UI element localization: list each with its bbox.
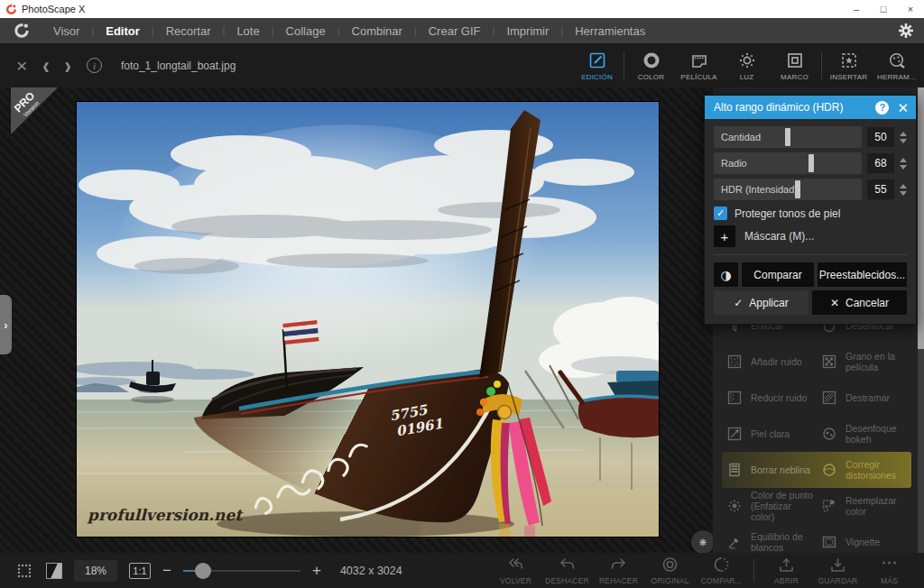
abrir-button[interactable]: ABRIR [761,556,812,585]
tab-herramientas[interactable]: HERRAM... [873,43,920,87]
hdr-value[interactable]: 55 [867,179,894,199]
open-file-icon [777,556,796,574]
panel-scrollbar-thumb[interactable] [918,87,924,349]
zoom-level-box[interactable]: 18% [74,560,117,582]
menu-imprimir[interactable]: Imprimir [494,24,560,38]
photoscape-swirl-icon[interactable] [13,22,31,40]
actual-size-button[interactable]: 1:1 [129,563,151,579]
thai-flag [282,320,319,345]
guardar-button[interactable]: GUARDAR [812,556,864,585]
dialog-divider [714,254,907,255]
effect-anadir-ruido[interactable]: Añadir ruido [722,344,817,380]
photo-canvas[interactable]: 5755 01961 [77,102,659,537]
toolbar-left-group: × ‹ › i foto_1_longtail_boat.jpg [0,56,236,76]
comparar-view-button[interactable]: COMPAR... [696,556,747,585]
photo-quick-action-button[interactable]: ❋ [691,530,715,554]
image-info-icon[interactable]: i [87,58,102,73]
preestablecidos-button[interactable]: Preestablecidos... [818,262,907,287]
close-image-icon[interactable]: × [16,56,27,75]
tab-luz[interactable]: LUZ [723,43,771,87]
rehacer-button[interactable]: REHACER [593,556,644,585]
hdr-spinner[interactable] [900,184,907,196]
statusbar: 18% 1:1 − + 4032 x 3024 VOLVER DESHACE [0,553,924,588]
effect-piel-clara[interactable]: Piel clara [722,416,817,452]
tab-color[interactable]: COLOR [627,43,675,87]
editor-tab-group: EDICIÓN COLOR PELÍCULA [573,43,924,87]
canvas-workspace: 5755 01961 [0,87,924,553]
radio-slider-track[interactable]: Radio [714,152,862,174]
original-button[interactable]: ORIGINAL [644,556,696,585]
zoom-out-icon[interactable]: − [162,563,171,578]
protect-skin-row[interactable]: ✓ Proteger tonos de piel [714,207,907,220]
next-image-icon[interactable]: › [65,53,71,78]
deshacer-button[interactable]: DESHACER [541,556,593,585]
cantidad-value[interactable]: 50 [867,127,894,147]
chevron-right-icon: › [4,318,7,332]
cantidad-slider-track[interactable]: Cantidad [714,126,862,148]
effect-grano[interactable]: Grano en la película [817,344,911,380]
protect-skin-checkbox[interactable]: ✓ [714,207,727,220]
radio-spinner[interactable] [900,158,907,170]
close-window-button[interactable]: × [897,0,924,18]
zoom-in-icon[interactable]: + [312,563,321,578]
maximize-button[interactable]: □ [870,0,897,18]
dialog-close-icon[interactable]: ✕ [897,101,909,115]
effect-reemplazar-color[interactable]: Reemplazar color [817,488,911,524]
before-after-split-icon[interactable] [46,563,62,579]
mask-label[interactable]: Máscara (M)... [744,230,814,243]
tab-marco[interactable]: MARCO [771,43,818,87]
current-filename: foto_1_longtail_boat.jpg [121,60,236,72]
menu-herramientas[interactable]: Herramientas [563,24,657,38]
minimize-button[interactable]: – [843,0,870,18]
hdr-slider-thumb[interactable] [795,180,800,198]
add-mask-button[interactable]: + [714,225,735,247]
mas-button[interactable]: MÁS [864,556,915,585]
titlebar: PhotoScape X – □ × [0,0,924,18]
effects-row: Piel clara Desenfoque bokeh [722,416,911,452]
snap-grid-icon[interactable] [14,561,34,581]
volver-button[interactable]: VOLVER [490,556,541,585]
effect-corregir-distorsiones[interactable]: Corregir distorsiones [817,452,911,488]
menu-lote[interactable]: Lote [225,24,271,38]
effect-destramar[interactable]: Destramar [817,380,911,416]
tab-pelicula[interactable]: PELÍCULA [675,43,723,87]
editor-toolbar: × ‹ › i foto_1_longtail_boat.jpg EDICIÓN… [0,43,924,87]
radio-slider-thumb[interactable] [808,154,814,172]
longtail-boat-photo: 5755 01961 [77,102,659,537]
check-icon: ✓ [734,297,743,309]
effect-borrar-neblina[interactable]: Borrar neblina [722,452,817,488]
panel-scrollbar[interactable] [918,87,924,553]
cantidad-spinner[interactable] [900,132,907,143]
zoom-slider[interactable] [183,562,300,580]
hdr-slider-track[interactable]: HDR (Intensidad) [714,179,862,200]
noise-reduction-icon [725,389,744,407]
tab-edicion[interactable]: EDICIÓN [573,43,621,87]
frame-icon [785,51,805,70]
help-icon[interactable]: ? [875,101,889,115]
sidebar-expand-tab[interactable]: › [0,295,12,354]
effect-color-de-punto[interactable]: Color de punto (Enfatizar color) [722,488,817,524]
radio-value[interactable]: 68 [867,153,894,173]
settings-gear-icon[interactable] [897,22,915,40]
menu-collage[interactable]: Collage [274,24,337,38]
tab-insertar[interactable]: INSERTAR [825,43,873,87]
effects-row-highlighted: Borrar neblina Corregir distorsiones [722,452,911,488]
menu-editor[interactable]: Editor [94,24,152,38]
compare-toggle-button[interactable]: ◑ [714,262,738,287]
color-ring-icon [642,51,661,70]
effect-bokeh[interactable]: Desenfoque bokeh [817,416,911,452]
menu-recortar[interactable]: Recortar [154,24,223,38]
menu-combinar[interactable]: Combinar [340,24,414,38]
slider-radio: Radio 68 [714,152,907,174]
effect-reducir-ruido[interactable]: Reducir ruido [722,380,817,416]
menu-visor[interactable]: Visor [42,24,91,38]
cancelar-button[interactable]: ✕ Cancelar [812,290,907,315]
zoom-slider-thumb[interactable] [195,563,211,579]
hdr-dialog-header[interactable]: Alto rango dinámico (HDR) ? ✕ [705,96,916,119]
cantidad-slider-thumb[interactable] [785,128,790,146]
previous-image-icon[interactable]: ‹ [42,53,49,78]
menu-crear-gif[interactable]: Crear GIF [417,24,493,38]
aplicar-button[interactable]: ✓ Applicar [714,290,808,315]
comparar-button[interactable]: Comparar [742,262,814,287]
vignette-icon [820,533,838,551]
